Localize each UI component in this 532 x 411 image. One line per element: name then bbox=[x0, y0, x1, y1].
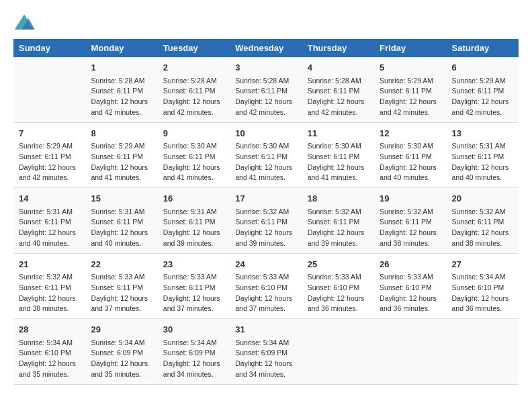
header bbox=[13, 13, 519, 32]
day-info: Sunrise: 5:32 AM Sunset: 6:11 PM Dayligh… bbox=[235, 207, 296, 249]
calendar-cell: 27Sunrise: 5:34 AM Sunset: 6:10 PM Dayli… bbox=[447, 253, 519, 319]
calendar-cell: 19Sunrise: 5:32 AM Sunset: 6:11 PM Dayli… bbox=[374, 188, 446, 254]
day-info: Sunrise: 5:32 AM Sunset: 6:11 PM Dayligh… bbox=[380, 207, 441, 249]
day-number: 20 bbox=[452, 192, 513, 205]
day-info: Sunrise: 5:30 AM Sunset: 6:11 PM Dayligh… bbox=[380, 141, 441, 183]
day-number: 29 bbox=[91, 323, 152, 336]
day-header-saturday: Saturday bbox=[447, 39, 519, 57]
day-info: Sunrise: 5:30 AM Sunset: 6:11 PM Dayligh… bbox=[163, 141, 224, 183]
calendar-header-row: SundayMondayTuesdayWednesdayThursdayFrid… bbox=[13, 39, 519, 57]
calendar-cell: 22Sunrise: 5:33 AM Sunset: 6:11 PM Dayli… bbox=[85, 253, 157, 319]
calendar-cell: 20Sunrise: 5:32 AM Sunset: 6:11 PM Dayli… bbox=[447, 188, 519, 254]
day-info: Sunrise: 5:32 AM Sunset: 6:11 PM Dayligh… bbox=[308, 207, 369, 249]
calendar-week-2: 7Sunrise: 5:29 AM Sunset: 6:11 PM Daylig… bbox=[13, 122, 519, 188]
calendar-cell: 23Sunrise: 5:33 AM Sunset: 6:11 PM Dayli… bbox=[158, 253, 230, 319]
day-number: 23 bbox=[163, 258, 224, 271]
calendar-cell: 24Sunrise: 5:33 AM Sunset: 6:10 PM Dayli… bbox=[230, 253, 302, 319]
day-info: Sunrise: 5:28 AM Sunset: 6:11 PM Dayligh… bbox=[308, 76, 369, 118]
calendar-cell: 17Sunrise: 5:32 AM Sunset: 6:11 PM Dayli… bbox=[230, 188, 302, 254]
day-number: 5 bbox=[380, 61, 441, 75]
day-number: 6 bbox=[452, 61, 513, 75]
day-number: 4 bbox=[308, 61, 369, 75]
calendar-cell: 13Sunrise: 5:31 AM Sunset: 6:11 PM Dayli… bbox=[447, 122, 519, 188]
day-number: 18 bbox=[308, 192, 369, 205]
day-info: Sunrise: 5:33 AM Sunset: 6:11 PM Dayligh… bbox=[91, 272, 152, 314]
day-number: 16 bbox=[163, 192, 224, 205]
calendar-cell bbox=[447, 319, 519, 385]
calendar-cell bbox=[374, 319, 446, 385]
calendar-week-3: 14Sunrise: 5:31 AM Sunset: 6:11 PM Dayli… bbox=[13, 188, 519, 254]
day-info: Sunrise: 5:34 AM Sunset: 6:10 PM Dayligh… bbox=[452, 272, 513, 314]
calendar-cell bbox=[302, 319, 374, 385]
day-info: Sunrise: 5:33 AM Sunset: 6:11 PM Dayligh… bbox=[163, 272, 224, 314]
day-number: 10 bbox=[235, 127, 296, 140]
day-number: 17 bbox=[235, 192, 296, 205]
day-number: 3 bbox=[235, 61, 296, 75]
day-number: 22 bbox=[91, 258, 152, 271]
day-number: 14 bbox=[19, 192, 80, 205]
calendar-cell: 4Sunrise: 5:28 AM Sunset: 6:11 PM Daylig… bbox=[302, 57, 374, 122]
day-header-thursday: Thursday bbox=[302, 39, 374, 57]
calendar-cell: 3Sunrise: 5:28 AM Sunset: 6:11 PM Daylig… bbox=[230, 57, 302, 122]
calendar-cell: 5Sunrise: 5:29 AM Sunset: 6:11 PM Daylig… bbox=[374, 57, 446, 122]
logo bbox=[13, 13, 38, 32]
day-number: 30 bbox=[163, 323, 224, 336]
calendar-cell: 2Sunrise: 5:28 AM Sunset: 6:11 PM Daylig… bbox=[158, 57, 230, 122]
calendar-cell: 7Sunrise: 5:29 AM Sunset: 6:11 PM Daylig… bbox=[13, 122, 85, 188]
calendar-week-1: 1Sunrise: 5:28 AM Sunset: 6:11 PM Daylig… bbox=[13, 57, 519, 122]
day-number: 27 bbox=[452, 258, 513, 271]
day-info: Sunrise: 5:28 AM Sunset: 6:11 PM Dayligh… bbox=[91, 76, 152, 118]
calendar-week-4: 21Sunrise: 5:32 AM Sunset: 6:11 PM Dayli… bbox=[13, 253, 519, 319]
day-info: Sunrise: 5:32 AM Sunset: 6:11 PM Dayligh… bbox=[19, 272, 80, 314]
calendar-cell bbox=[13, 57, 85, 122]
day-number: 13 bbox=[452, 127, 513, 140]
day-number: 24 bbox=[235, 258, 296, 271]
calendar-table: SundayMondayTuesdayWednesdayThursdayFrid… bbox=[13, 39, 519, 385]
day-info: Sunrise: 5:33 AM Sunset: 6:10 PM Dayligh… bbox=[380, 272, 441, 314]
calendar-cell: 12Sunrise: 5:30 AM Sunset: 6:11 PM Dayli… bbox=[374, 122, 446, 188]
day-info: Sunrise: 5:31 AM Sunset: 6:11 PM Dayligh… bbox=[452, 141, 513, 183]
day-number: 28 bbox=[19, 323, 80, 336]
day-number: 2 bbox=[163, 61, 224, 75]
day-info: Sunrise: 5:28 AM Sunset: 6:11 PM Dayligh… bbox=[235, 76, 296, 118]
day-number: 31 bbox=[235, 323, 296, 336]
day-info: Sunrise: 5:33 AM Sunset: 6:10 PM Dayligh… bbox=[308, 272, 369, 314]
calendar-cell: 31Sunrise: 5:34 AM Sunset: 6:09 PM Dayli… bbox=[230, 319, 302, 385]
day-number: 1 bbox=[91, 61, 152, 75]
calendar-cell: 6Sunrise: 5:29 AM Sunset: 6:11 PM Daylig… bbox=[447, 57, 519, 122]
calendar-cell: 9Sunrise: 5:30 AM Sunset: 6:11 PM Daylig… bbox=[158, 122, 230, 188]
calendar-cell: 29Sunrise: 5:34 AM Sunset: 6:09 PM Dayli… bbox=[85, 319, 157, 385]
calendar-cell: 16Sunrise: 5:31 AM Sunset: 6:11 PM Dayli… bbox=[158, 188, 230, 254]
calendar-cell: 1Sunrise: 5:28 AM Sunset: 6:11 PM Daylig… bbox=[85, 57, 157, 122]
calendar-cell: 8Sunrise: 5:29 AM Sunset: 6:11 PM Daylig… bbox=[85, 122, 157, 188]
day-number: 9 bbox=[163, 127, 224, 140]
calendar-cell: 21Sunrise: 5:32 AM Sunset: 6:11 PM Dayli… bbox=[13, 253, 85, 319]
day-info: Sunrise: 5:30 AM Sunset: 6:11 PM Dayligh… bbox=[308, 141, 369, 183]
day-number: 15 bbox=[91, 192, 152, 205]
day-header-wednesday: Wednesday bbox=[230, 39, 302, 57]
day-info: Sunrise: 5:34 AM Sunset: 6:09 PM Dayligh… bbox=[91, 338, 152, 380]
calendar-cell: 10Sunrise: 5:30 AM Sunset: 6:11 PM Dayli… bbox=[230, 122, 302, 188]
day-info: Sunrise: 5:29 AM Sunset: 6:11 PM Dayligh… bbox=[19, 141, 80, 183]
day-number: 25 bbox=[308, 258, 369, 271]
day-info: Sunrise: 5:31 AM Sunset: 6:11 PM Dayligh… bbox=[163, 207, 224, 249]
calendar-cell: 14Sunrise: 5:31 AM Sunset: 6:11 PM Dayli… bbox=[13, 188, 85, 254]
day-info: Sunrise: 5:32 AM Sunset: 6:11 PM Dayligh… bbox=[452, 207, 513, 249]
day-number: 21 bbox=[19, 258, 80, 271]
calendar-cell: 15Sunrise: 5:31 AM Sunset: 6:11 PM Dayli… bbox=[85, 188, 157, 254]
calendar-cell: 26Sunrise: 5:33 AM Sunset: 6:10 PM Dayli… bbox=[374, 253, 446, 319]
day-info: Sunrise: 5:31 AM Sunset: 6:11 PM Dayligh… bbox=[91, 207, 152, 249]
day-number: 7 bbox=[19, 127, 80, 140]
day-header-monday: Monday bbox=[85, 39, 157, 57]
day-info: Sunrise: 5:28 AM Sunset: 6:11 PM Dayligh… bbox=[163, 76, 224, 118]
day-number: 11 bbox=[308, 127, 369, 140]
calendar-cell: 30Sunrise: 5:34 AM Sunset: 6:09 PM Dayli… bbox=[158, 319, 230, 385]
day-number: 26 bbox=[380, 258, 441, 271]
day-info: Sunrise: 5:30 AM Sunset: 6:11 PM Dayligh… bbox=[235, 141, 296, 183]
day-info: Sunrise: 5:34 AM Sunset: 6:09 PM Dayligh… bbox=[163, 338, 224, 380]
calendar-cell: 25Sunrise: 5:33 AM Sunset: 6:10 PM Dayli… bbox=[302, 253, 374, 319]
calendar-cell: 11Sunrise: 5:30 AM Sunset: 6:11 PM Dayli… bbox=[302, 122, 374, 188]
day-info: Sunrise: 5:33 AM Sunset: 6:10 PM Dayligh… bbox=[235, 272, 296, 314]
day-header-tuesday: Tuesday bbox=[158, 39, 230, 57]
day-number: 12 bbox=[380, 127, 441, 140]
